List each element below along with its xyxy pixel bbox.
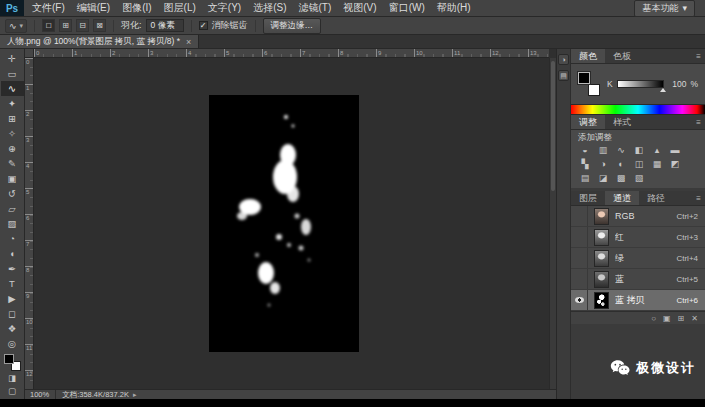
move-tool[interactable]: ✛: [1, 51, 24, 66]
scrollbar-thumb[interactable]: [551, 61, 555, 191]
canvas-area[interactable]: 012345678910111213 0123456789101112: [25, 49, 556, 389]
new-channel-icon[interactable]: ⊞: [678, 314, 685, 323]
vertical-scrollbar[interactable]: [549, 58, 556, 389]
antialias-checkbox[interactable]: ✓: [199, 21, 208, 30]
history-brush-tool[interactable]: ↺: [1, 186, 24, 201]
menu-select[interactable]: 选择(S): [247, 0, 292, 16]
document-size-info[interactable]: 文档:358.4K/837.2K ▸: [56, 390, 142, 400]
exposure-icon[interactable]: ◧: [630, 143, 648, 157]
panel-menu-icon[interactable]: ≡: [696, 49, 701, 63]
menu-help[interactable]: 帮助(H): [431, 0, 477, 16]
tab-paths[interactable]: 路径: [639, 191, 673, 205]
visibility-toggle[interactable]: [571, 227, 588, 247]
shape-tool[interactable]: ◻: [1, 306, 24, 321]
panel-color-swatches[interactable]: [578, 72, 600, 96]
invert-icon[interactable]: ◩: [666, 157, 684, 171]
eyedropper-tool[interactable]: ✧: [1, 126, 24, 141]
pen-tool[interactable]: ✒: [1, 261, 24, 276]
hue-saturation-icon[interactable]: ▬: [666, 143, 684, 157]
clone-stamp-tool[interactable]: ▣: [1, 171, 24, 186]
magic-wand-tool[interactable]: ✦: [1, 96, 24, 111]
intersect-selection-icon[interactable]: ⊠: [93, 19, 106, 32]
selective-color-icon[interactable]: ▧: [630, 171, 648, 185]
photo-filter-icon[interactable]: ◐: [612, 157, 630, 171]
foreground-color-swatch[interactable]: [4, 354, 14, 364]
posterize-icon[interactable]: ▤: [576, 171, 594, 185]
menu-view[interactable]: 视图(V): [337, 0, 382, 16]
menu-layer[interactable]: 图层(L): [158, 0, 202, 16]
channel-row-rgb[interactable]: RGB Ctrl+2: [571, 206, 705, 227]
k-slider[interactable]: [617, 80, 665, 88]
add-to-selection-icon[interactable]: ⊞: [59, 19, 72, 32]
tab-layers[interactable]: 图层: [571, 191, 605, 205]
save-selection-icon[interactable]: ▣: [663, 314, 671, 323]
channel-mixer-icon[interactable]: ◫: [630, 157, 648, 171]
tab-channels[interactable]: 通道: [605, 191, 639, 205]
screen-mode-button[interactable]: ▢: [1, 384, 24, 397]
foreground-color-swatch[interactable]: [578, 72, 590, 84]
document-tab[interactable]: 人物.png @ 100%(背景图层 拷贝, 蓝 拷贝/8) * ×: [0, 35, 199, 48]
visibility-toggle[interactable]: [571, 269, 588, 289]
menu-window[interactable]: 窗口(W): [383, 0, 431, 16]
delete-channel-icon[interactable]: ✕: [691, 314, 698, 323]
tab-swatches[interactable]: 色板: [605, 49, 639, 63]
tab-styles[interactable]: 样式: [605, 115, 639, 129]
color-swatches[interactable]: [4, 354, 21, 371]
slider-knob-icon[interactable]: [660, 88, 666, 92]
healing-brush-tool[interactable]: ⊕: [1, 141, 24, 156]
workspace-switcher[interactable]: 基本功能 ▾: [634, 0, 695, 17]
lasso-tool[interactable]: ∿: [1, 81, 24, 96]
visibility-toggle[interactable]: [571, 290, 588, 310]
close-icon[interactable]: ×: [186, 37, 191, 47]
type-tool[interactable]: T: [1, 276, 24, 291]
gradient-map-icon[interactable]: ▩: [612, 171, 630, 185]
black-white-icon[interactable]: ◑: [594, 157, 612, 171]
hand-tool[interactable]: ❖: [1, 321, 24, 336]
color-spectrum-ramp[interactable]: [571, 104, 705, 115]
document-canvas[interactable]: [209, 95, 359, 352]
channel-row-blue[interactable]: 蓝 Ctrl+5: [571, 269, 705, 290]
brightness-contrast-icon[interactable]: ◒: [576, 143, 594, 157]
background-color-swatch[interactable]: [588, 84, 600, 96]
menu-image[interactable]: 图像(I): [116, 0, 157, 16]
load-selection-icon[interactable]: ○: [651, 314, 656, 323]
menu-filter[interactable]: 滤镜(T): [293, 0, 338, 16]
new-selection-icon[interactable]: □: [42, 19, 55, 32]
marquee-tool[interactable]: ▭: [1, 66, 24, 81]
subtract-from-selection-icon[interactable]: ⊟: [76, 19, 89, 32]
menu-type[interactable]: 文字(Y): [202, 0, 247, 16]
gradient-tool[interactable]: ▨: [1, 216, 24, 231]
crop-tool[interactable]: ⊞: [1, 111, 24, 126]
tool-preset-picker[interactable]: ∿ ▾: [5, 19, 27, 33]
curves-icon[interactable]: ∿: [612, 143, 630, 157]
panel-menu-icon[interactable]: ≡: [696, 115, 701, 129]
blur-tool[interactable]: ◔: [1, 231, 24, 246]
collapsed-panel-icon-1[interactable]: ◑: [558, 54, 569, 65]
zoom-tool[interactable]: ◎: [1, 336, 24, 351]
menu-file[interactable]: 文件(F): [26, 0, 71, 16]
panel-menu-icon[interactable]: ≡: [696, 191, 701, 205]
channel-row-green[interactable]: 绿 Ctrl+4: [571, 248, 705, 269]
quick-mask-button[interactable]: ◨: [1, 371, 24, 384]
tab-color[interactable]: 颜色: [571, 49, 605, 63]
refine-edge-button[interactable]: 调整边缘…: [263, 18, 322, 34]
collapsed-panel-icon-2[interactable]: ▤: [558, 70, 569, 81]
feather-input[interactable]: 0 像素: [146, 19, 184, 32]
visibility-toggle[interactable]: [571, 206, 588, 226]
menu-edit[interactable]: 编辑(E): [71, 0, 116, 16]
color-balance-icon[interactable]: ▚: [576, 157, 594, 171]
tab-adjustments[interactable]: 调整: [571, 115, 605, 129]
zoom-level-field[interactable]: 100%: [25, 390, 56, 399]
dodge-tool[interactable]: ◖: [1, 246, 24, 261]
eraser-tool[interactable]: ▱: [1, 201, 24, 216]
vibrance-icon[interactable]: ▴: [648, 143, 666, 157]
threshold-icon[interactable]: ◪: [594, 171, 612, 185]
channel-row-blue-copy[interactable]: 蓝 拷贝 Ctrl+6: [571, 290, 705, 311]
k-value-field[interactable]: 100: [668, 79, 686, 89]
levels-icon[interactable]: ▥: [594, 143, 612, 157]
visibility-toggle[interactable]: [571, 248, 588, 268]
channel-row-red[interactable]: 红 Ctrl+3: [571, 227, 705, 248]
path-selection-tool[interactable]: ▶: [1, 291, 24, 306]
brush-tool[interactable]: ✎: [1, 156, 24, 171]
color-lookup-icon[interactable]: ▦: [648, 157, 666, 171]
